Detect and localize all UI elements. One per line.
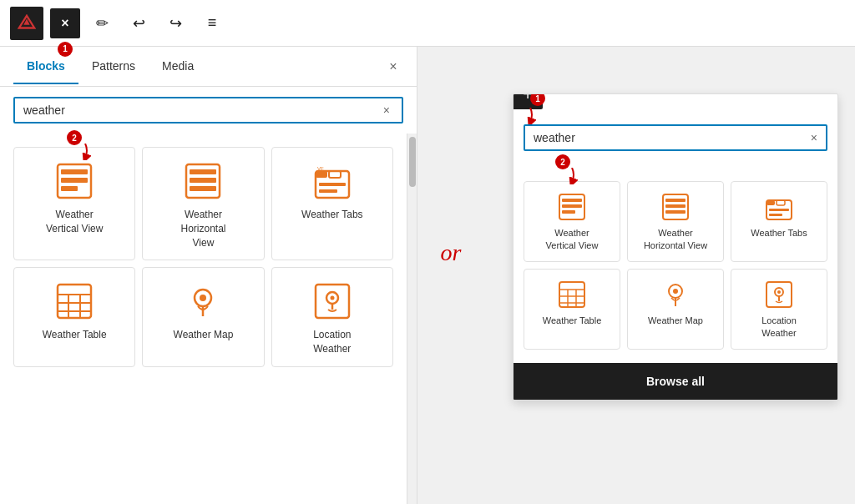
right-block-label: Weather Table — [543, 315, 602, 327]
search-section: × 2 — [0, 87, 417, 134]
right-block-weather-tabs[interactable]: Weather Tabs — [731, 181, 827, 262]
svg-point-23 — [200, 295, 206, 301]
block-weather-tabs[interactable]: VF Weather Tabs — [271, 147, 393, 260]
search-clear-button[interactable]: × — [380, 103, 393, 117]
svg-rect-39 — [769, 214, 782, 216]
search-input-wrapper: × — [13, 97, 403, 123]
right-blocks-grid: WeatherVertical View WeatherHorizontal V… — [514, 171, 837, 363]
close-button[interactable]: × — [50, 8, 80, 38]
svg-point-47 — [673, 289, 678, 294]
block-weather-vertical-view[interactable]: WeatherVertical View — [13, 147, 135, 260]
weather-vertical-view-icon — [54, 161, 94, 201]
toolbar: × 1 ✏ ↩ ↪ ≡ — [0, 0, 855, 47]
browse-all-button[interactable]: Browse all — [514, 363, 837, 400]
right-panel: + 1 × 2 — [513, 93, 838, 401]
svg-rect-38 — [769, 209, 789, 211]
right-search-wrapper: × — [524, 124, 827, 151]
svg-rect-33 — [665, 204, 686, 208]
right-search-clear[interactable]: × — [811, 131, 817, 144]
svg-rect-29 — [562, 204, 582, 208]
redo-button[interactable]: ↪ — [160, 8, 190, 38]
right-block-label: WeatherVertical View — [546, 227, 599, 253]
weather-map-icon — [183, 281, 223, 321]
svg-rect-48 — [766, 282, 792, 307]
location-weather-icon — [312, 281, 352, 321]
svg-rect-36 — [766, 200, 775, 205]
menu-button[interactable]: ≡ — [197, 8, 227, 38]
scrollbar-thumb[interactable] — [409, 137, 416, 187]
block-label: WeatherVertical View — [46, 208, 103, 236]
svg-rect-13 — [319, 183, 346, 186]
right-icon-map — [660, 280, 691, 310]
right-icon-table — [557, 280, 587, 310]
svg-text:VF: VF — [317, 166, 324, 171]
tabs-bar: Blocks Patterns Media × — [0, 47, 417, 87]
blocks-grid-container: WeatherVertical View WeatherHo — [0, 134, 407, 504]
right-icon-vertical — [557, 192, 587, 222]
block-location-weather[interactable]: LocationWeather — [271, 267, 393, 367]
svg-rect-30 — [562, 210, 575, 214]
svg-rect-8 — [190, 178, 216, 183]
block-label: Weather Map — [174, 328, 234, 342]
svg-rect-4 — [61, 178, 88, 183]
svg-rect-14 — [319, 189, 337, 193]
weather-horizontal-view-icon — [183, 161, 223, 201]
svg-rect-9 — [190, 186, 216, 191]
right-icon-tabs — [764, 192, 794, 222]
right-block-label: Weather Map — [648, 315, 703, 327]
block-label: WeatherHorizontalView — [180, 208, 225, 249]
search-input[interactable] — [23, 103, 380, 117]
main-content: Blocks Patterns Media × × 2 — [0, 47, 855, 504]
weather-tabs-icon: VF — [312, 161, 352, 201]
right-icon-location — [764, 280, 794, 310]
right-block-weather-horizontal-view[interactable]: WeatherHorizontal View — [627, 181, 724, 262]
block-label: Weather Table — [43, 328, 107, 342]
svg-rect-34 — [665, 210, 686, 214]
tab-media[interactable]: Media — [149, 49, 207, 84]
svg-rect-3 — [61, 169, 88, 174]
right-block-label: WeatherHorizontal View — [644, 227, 707, 253]
annotation-2-right: 2 — [555, 154, 570, 169]
right-block-weather-vertical-view[interactable]: WeatherVertical View — [524, 181, 620, 262]
svg-rect-5 — [61, 186, 78, 191]
right-panel-header: × 2 — [514, 114, 837, 158]
blocks-grid: WeatherVertical View WeatherHo — [13, 147, 393, 367]
right-block-weather-table[interactable]: Weather Table — [524, 269, 620, 350]
right-add-button[interactable]: + — [513, 93, 543, 109]
block-weather-table[interactable]: Weather Table — [13, 267, 135, 367]
panel-body: WeatherVertical View WeatherHo — [0, 134, 417, 504]
right-block-label: LocationWeather — [761, 315, 797, 340]
svg-rect-16 — [58, 285, 91, 318]
weather-table-icon — [54, 281, 94, 321]
tab-blocks[interactable]: Blocks — [13, 49, 78, 84]
block-label: Weather Tabs — [301, 208, 363, 222]
block-weather-map[interactable]: Weather Map — [142, 267, 264, 367]
panel-close-button[interactable]: × — [383, 57, 403, 77]
undo-button[interactable]: ↩ — [124, 8, 154, 38]
tab-patterns[interactable]: Patterns — [78, 49, 149, 84]
svg-rect-11 — [316, 171, 327, 178]
svg-rect-24 — [316, 285, 349, 318]
scrollbar-track[interactable] — [407, 134, 417, 504]
svg-point-50 — [777, 290, 781, 294]
left-panel: Blocks Patterns Media × × 2 — [0, 47, 417, 504]
right-icon-horizontal — [660, 192, 691, 222]
svg-point-26 — [330, 296, 334, 300]
edit-button[interactable]: ✏ — [87, 8, 117, 38]
right-search-input[interactable] — [534, 131, 811, 144]
svg-rect-28 — [562, 199, 582, 202]
app-logo — [10, 7, 43, 40]
right-block-weather-map[interactable]: Weather Map — [627, 269, 724, 350]
svg-rect-7 — [190, 169, 216, 174]
right-block-label: Weather Tabs — [751, 227, 807, 239]
block-weather-horizontal-view[interactable]: WeatherHorizontalView — [142, 147, 264, 260]
right-block-location-weather[interactable]: LocationWeather — [731, 269, 827, 350]
svg-rect-32 — [665, 199, 686, 202]
or-divider: or — [441, 239, 462, 266]
block-label: LocationWeather — [313, 328, 351, 356]
